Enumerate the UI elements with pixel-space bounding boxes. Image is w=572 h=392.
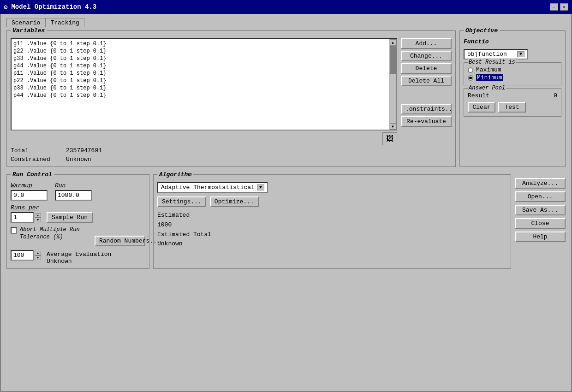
best-result-box: Best Result is Maximum Minimum <box>464 62 561 85</box>
warmup-field: Warmup <box>11 182 48 201</box>
list-item[interactable]: g22 .Value {0 to 1 step 0.1} <box>13 48 387 55</box>
open-button[interactable]: Open... <box>515 191 566 202</box>
algo-estimates: Estimated 1000 Estimated Total Unknown <box>157 211 507 249</box>
variables-group-label: Variables <box>11 27 47 34</box>
minimum-radio-row[interactable]: Minimum <box>468 74 557 81</box>
settings-button[interactable]: Settings... <box>157 196 206 207</box>
clear-button[interactable]: Clear <box>468 102 495 113</box>
warmup-run-row: Warmup Run <box>11 182 145 201</box>
run-field: Run <box>55 182 92 201</box>
result-label: Result <box>468 92 489 99</box>
tab-tracking[interactable]: Tracking <box>45 18 84 27</box>
var-listbox[interactable]: g11 .Value {0 to 1 step 0.1}g22 .Value {… <box>11 38 397 131</box>
maximum-label: Maximum <box>476 66 501 73</box>
tab-scenario[interactable]: Scenario <box>6 18 45 27</box>
list-item[interactable]: g44 .Value {0 to 1 step 0.1} <box>13 62 387 70</box>
save-as-button[interactable]: Save As... <box>515 205 566 215</box>
list-item[interactable]: g33 .Value {0 to 1 step 0.1} <box>13 55 387 62</box>
warmup-label: Warmup <box>11 182 48 189</box>
change-button[interactable]: Change... <box>401 51 452 61</box>
sample-run-button[interactable]: Sample Run <box>47 212 93 223</box>
list-item[interactable]: p11 .Value {0 to 1 step 0.1} <box>13 70 387 77</box>
minimum-radio[interactable] <box>468 75 473 81</box>
estimated-label: Estimated <box>157 211 507 220</box>
scroll-thumb[interactable] <box>390 46 396 74</box>
runs-per-arrows: ▲ ▼ <box>35 213 41 222</box>
title-bar: ⚙ Model Optimization 4.3 − × <box>0 0 572 14</box>
random-numbers-button[interactable]: Random Numbers... <box>95 236 145 246</box>
answer-pool-buttons: Clear Test <box>468 102 557 113</box>
analyze-button[interactable]: Analyze... <box>515 178 566 189</box>
runs-per-down-arrow[interactable]: ▼ <box>35 218 41 222</box>
tolerance-spinner: ▲ ▼ <box>11 250 41 261</box>
tolerance-up-arrow[interactable]: ▲ <box>35 251 41 255</box>
tolerance-down-arrow[interactable]: ▼ <box>35 255 41 260</box>
close-main-button[interactable]: Close <box>515 218 566 229</box>
tolerance-arrows: ▲ ▼ <box>35 251 41 260</box>
runs-per-up-arrow[interactable]: ▲ <box>35 213 41 218</box>
window-title: Model Optimization 4.3 <box>11 3 96 11</box>
list-item[interactable]: p44 .Value {0 to 1 step 0.1} <box>13 92 387 99</box>
runs-per-input[interactable] <box>11 212 34 223</box>
scroll-up-arrow[interactable]: ▲ <box>390 39 396 46</box>
run-control-group: Run Control Warmup Run Runs per <box>6 174 149 269</box>
constrained-value: Unknown <box>66 156 91 163</box>
algo-dropdown-row: Adaptive Thermostatistical ▼ <box>157 182 507 193</box>
tolerance-input[interactable] <box>11 250 34 261</box>
maximum-radio-row[interactable]: Maximum <box>468 66 557 73</box>
algo-select-value: Adaptive Thermostatistical <box>161 184 255 191</box>
list-item[interactable]: p22 .Value {0 to 1 step 0.1} <box>13 77 387 84</box>
minimum-label: Minimum <box>476 74 503 81</box>
var-listbox-scrollbar[interactable]: ▲ ▼ <box>389 39 396 130</box>
estimated-value: 1000 <box>157 220 507 230</box>
obj-dropdown-arrow[interactable]: ▼ <box>517 51 524 57</box>
top-section: Variables g11 .Value {0 to 1 step 0.1}g2… <box>6 30 566 171</box>
maximum-radio[interactable] <box>468 67 473 73</box>
avg-eval-label: Average Evaluation <box>47 251 111 258</box>
total-label: Total <box>11 147 66 154</box>
answer-pool-box: Answer Pool Result 0 Clear Test <box>464 88 561 117</box>
runs-per-label: Runs per <box>11 204 41 211</box>
delete-all-button[interactable]: Delete All <box>401 76 452 86</box>
delete-button[interactable]: Delete <box>401 63 452 74</box>
run-label: Run <box>55 182 92 189</box>
list-item[interactable]: p33 .Value {0 to 1 step 0.1} <box>13 84 387 92</box>
run-input[interactable] <box>55 190 92 201</box>
runs-per-spinner: ▲ ▼ <box>11 212 41 223</box>
algo-select-box[interactable]: Adaptive Thermostatistical ▼ <box>157 182 268 193</box>
scroll-down-arrow[interactable]: ▼ <box>390 123 396 130</box>
function-label: Functio <box>464 38 561 45</box>
title-bar-left: ⚙ Model Optimization 4.3 <box>4 3 96 11</box>
result-value: 0 <box>554 92 557 99</box>
var-list-wrapper: g11 .Value {0 to 1 step 0.1}g22 .Value {… <box>11 38 397 163</box>
algo-buttons-row: Settings... Optimize... <box>157 196 507 207</box>
algo-dropdown-arrow[interactable]: ▼ <box>257 184 264 190</box>
answer-pool-label: Answer Pool <box>468 85 506 91</box>
abort-checkbox[interactable] <box>11 227 17 234</box>
minimize-button[interactable]: − <box>550 3 558 11</box>
objective-content: Functio objfunction ▼ Best Result is Max… <box>464 38 561 117</box>
tolerance-avg-row: ▲ ▼ Average Evaluation Unknown <box>11 250 145 265</box>
help-button[interactable]: Help <box>515 232 566 242</box>
var-image-icon[interactable]: 🖼 <box>382 132 397 145</box>
algorithm-content: Adaptive Thermostatistical ▼ Settings...… <box>157 182 507 249</box>
obj-select-box[interactable]: objfunction ▼ <box>464 49 528 59</box>
warmup-input[interactable] <box>11 190 48 201</box>
var-list-bottom-row: 🖼 <box>11 132 397 145</box>
spacer <box>401 88 452 102</box>
close-button[interactable]: × <box>560 3 568 11</box>
best-result-label: Best Result is <box>468 59 516 65</box>
reevaluate-button[interactable]: Re-evaluate <box>401 116 452 127</box>
obj-dropdown-row: objfunction ▼ <box>464 49 561 59</box>
constraints-button[interactable]: .onstraints.. <box>401 104 452 114</box>
estimated-total-value: Unknown <box>157 239 507 249</box>
test-button[interactable]: Test <box>498 102 526 113</box>
tab-bar: Scenario Tracking <box>6 18 566 27</box>
variables-group: Variables g11 .Value {0 to 1 step 0.1}g2… <box>6 30 456 167</box>
add-button[interactable]: Add... <box>401 38 452 49</box>
optimize-button[interactable]: Optimize... <box>210 196 259 207</box>
main-window: Scenario Tracking Variables g11 .Value {… <box>0 14 572 392</box>
variables-inner: g11 .Value {0 to 1 step 0.1}g22 .Value {… <box>11 38 452 163</box>
estimated-total-label: Estimated Total <box>157 230 507 240</box>
list-item[interactable]: g11 .Value {0 to 1 step 0.1} <box>13 40 387 48</box>
